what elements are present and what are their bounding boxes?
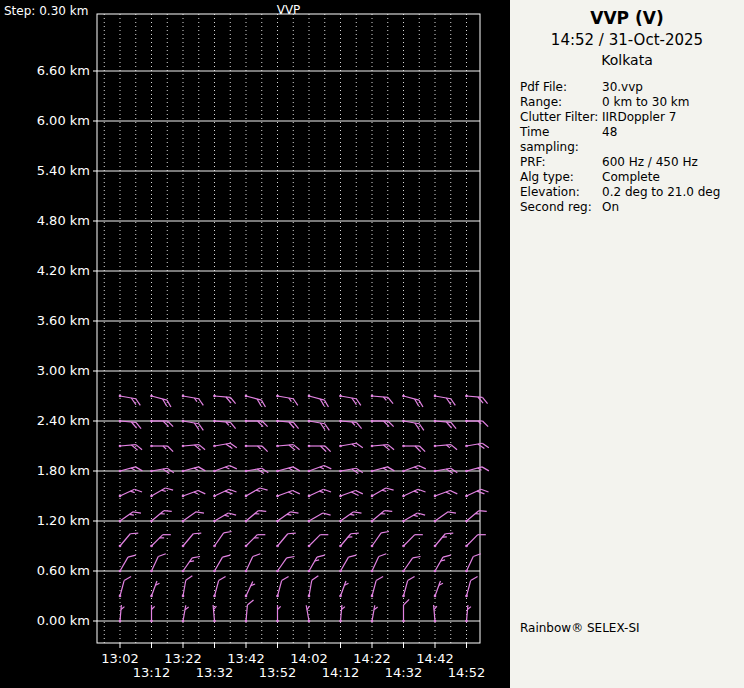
field-value: 48 xyxy=(602,125,744,155)
field-value: 0 km to 30 km xyxy=(602,95,744,110)
wind-barb xyxy=(465,605,471,622)
wind-barb xyxy=(371,488,394,497)
wind-barb xyxy=(213,532,231,548)
y-axis-label: 4.20 km xyxy=(37,263,90,278)
field-label: PRF: xyxy=(520,155,602,170)
wind-barb xyxy=(465,420,488,427)
wind-barb xyxy=(465,395,487,404)
info-panel: VVP (V) 14:52 / 31-Oct-2025 Kolkata Pdf … xyxy=(510,0,744,688)
wind-barb xyxy=(182,445,205,451)
wind-barb xyxy=(119,445,142,451)
y-axis-label: 1.20 km xyxy=(37,513,90,528)
wind-barb xyxy=(213,577,225,598)
wind-barb xyxy=(182,395,204,406)
wind-barb xyxy=(371,532,389,548)
wind-barb xyxy=(150,605,154,622)
info-field-row: Clutter Filter: IIRDoppler 7 xyxy=(520,110,744,125)
wind-barb xyxy=(182,557,200,573)
time-axis-label: 13:12 xyxy=(133,665,170,680)
wind-barb xyxy=(276,533,296,547)
wind-barb xyxy=(465,443,489,448)
wind-barb xyxy=(434,533,454,547)
wind-barb xyxy=(182,605,189,622)
wind-barb xyxy=(465,554,481,573)
field-value: On xyxy=(602,200,744,215)
wind-barb xyxy=(434,445,457,450)
time-axis-label: 13:52 xyxy=(259,665,296,680)
y-axis-label: 3.00 km xyxy=(37,363,90,378)
field-label: Clutter Filter: xyxy=(520,110,602,125)
field-label: Pdf File: xyxy=(520,80,602,95)
wind-barb xyxy=(119,605,125,622)
wind-barb xyxy=(245,581,255,597)
wind-barb xyxy=(276,395,298,406)
info-field-row: Second reg: On xyxy=(520,200,744,215)
time-axis-label: 14:02 xyxy=(290,651,327,666)
wind-barb xyxy=(465,489,488,497)
wind-barb xyxy=(308,395,329,407)
wind-barb xyxy=(339,395,361,406)
wind-barb xyxy=(371,577,383,598)
product-title: VVP (V) xyxy=(510,8,744,28)
wind-barb xyxy=(276,577,288,598)
field-value: 30.vvp xyxy=(602,80,744,95)
field-value: 0.2 deg to 21.0 deg xyxy=(602,185,744,200)
wind-barb xyxy=(402,577,414,598)
wind-barb xyxy=(182,533,202,547)
plot-border xyxy=(97,14,480,643)
time-axis-label: 14:52 xyxy=(448,665,485,680)
wind-barb xyxy=(119,555,136,572)
wind-barb xyxy=(371,554,387,573)
wind-barb xyxy=(306,605,310,622)
wind-barb xyxy=(213,605,216,622)
wind-barb xyxy=(119,577,131,598)
field-value: Complete xyxy=(602,170,744,185)
plot-title: VVP xyxy=(97,3,480,17)
time-axis-label: 14:12 xyxy=(322,665,359,680)
y-axis-label: 4.80 km xyxy=(37,213,90,228)
wind-barb xyxy=(371,395,393,404)
time-axis-label: 13:42 xyxy=(227,651,264,666)
field-value: 600 Hz / 450 Hz xyxy=(602,155,744,170)
wind-barb xyxy=(150,535,171,548)
wind-barb xyxy=(434,605,437,622)
wind-barb xyxy=(371,605,378,622)
wind-barb xyxy=(339,491,363,498)
wind-barb xyxy=(308,445,331,452)
info-field-row: Pdf File: 30.vvp xyxy=(520,80,744,95)
wind-barb xyxy=(182,491,206,498)
y-axis-label: 0.00 km xyxy=(37,613,90,628)
wind-barb xyxy=(402,445,425,452)
field-value: IIRDoppler 7 xyxy=(602,110,744,125)
wind-barb xyxy=(150,395,171,407)
time-axis-label: 14:32 xyxy=(385,665,422,680)
wind-barb xyxy=(402,557,420,573)
wind-barb xyxy=(402,395,423,407)
wind-barb xyxy=(150,554,166,573)
y-axis-label: 5.40 km xyxy=(37,163,90,178)
y-axis-label: 0.60 km xyxy=(37,563,90,578)
wind-barb xyxy=(465,577,477,598)
info-field-row: Time sampling: 48 xyxy=(520,125,744,155)
wind-barb xyxy=(276,491,300,498)
wind-barb xyxy=(245,554,261,573)
wind-barb xyxy=(434,395,456,406)
wind-barb xyxy=(339,581,348,597)
wind-barb xyxy=(245,445,268,452)
wind-barb xyxy=(119,395,141,406)
wind-barb xyxy=(119,533,139,547)
info-field-row: Alg type: Complete xyxy=(520,170,744,185)
wind-barb xyxy=(245,600,254,622)
y-axis-label: 3.60 km xyxy=(37,313,90,328)
time-axis-label: 13:02 xyxy=(101,651,138,666)
wind-barb xyxy=(308,535,329,548)
software-brand-label: Rainbow® SELEX-SI xyxy=(520,621,640,635)
field-label: Time sampling: xyxy=(520,125,602,155)
wind-barb xyxy=(150,488,173,497)
field-label: Range: xyxy=(520,95,602,110)
wind-barb xyxy=(308,489,331,497)
field-label: Elevation: xyxy=(520,185,602,200)
wind-barb xyxy=(339,555,356,572)
wind-barb xyxy=(465,535,486,548)
info-fields: Pdf File: 30.vvp Range: 0 km to 30 km Cl… xyxy=(520,80,744,215)
